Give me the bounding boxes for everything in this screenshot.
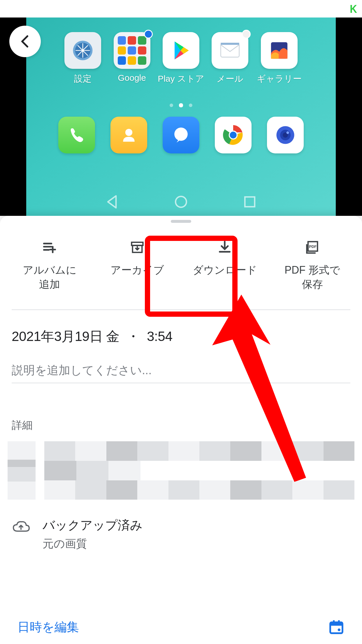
nav-back-icon: [104, 194, 120, 210]
svg-point-12: [174, 127, 188, 141]
backup-status-row: バックアップ済み 元の画質: [0, 500, 362, 551]
details-header: 詳細: [0, 383, 362, 441]
dock-chrome: [215, 117, 252, 153]
archive-button[interactable]: アーカイブ: [95, 235, 179, 297]
svg-rect-8: [221, 43, 239, 45]
dock-camera: [267, 117, 304, 153]
svg-point-19: [287, 131, 289, 134]
nav-recents-icon: [242, 194, 258, 210]
svg-point-6: [82, 49, 84, 52]
status-indicator: K: [350, 3, 357, 15]
action-label: アルバムに 追加: [23, 263, 77, 291]
photo-viewer[interactable]: 設定 Google: [0, 18, 362, 216]
notification-dot: [144, 30, 153, 38]
cloud-upload-icon: [12, 520, 30, 534]
notification-dot: [242, 30, 251, 38]
svg-point-30: [338, 629, 340, 631]
svg-point-15: [230, 132, 236, 138]
svg-rect-28: [333, 620, 335, 624]
action-row: アルバムに 追加 アーカイブ ダウンロード PDF PDF 形式で 保存: [0, 223, 362, 302]
app-google-folder: Google: [107, 32, 156, 85]
status-bar: K: [0, 0, 362, 18]
info-bottom-sheet: アルバムに 追加 アーカイブ ダウンロード PDF PDF 形式で 保存 202…: [0, 216, 362, 644]
android-nav-bar: [104, 194, 258, 210]
back-button[interactable]: [9, 26, 41, 57]
backup-title: バックアップ済み: [43, 517, 143, 533]
add-to-album-button[interactable]: アルバムに 追加: [8, 235, 92, 297]
action-label: PDF 形式で 保存: [284, 263, 340, 291]
svg-rect-21: [245, 197, 255, 207]
app-play-store: Play ストア: [157, 32, 205, 85]
action-label: アーカイブ: [110, 263, 164, 277]
app-mail: メール: [205, 32, 254, 85]
app-label: Google: [118, 73, 146, 83]
svg-point-11: [125, 129, 132, 136]
photo-datetime: 2021年3月19日 金 ・ 3:54: [0, 310, 362, 353]
app-settings: 設定: [58, 32, 107, 85]
description-input[interactable]: [12, 362, 350, 380]
dock-messages: [163, 117, 199, 153]
app-gallery: ギャラリー: [255, 32, 304, 85]
app-label: メール: [217, 73, 243, 85]
photo-date: 2021年3月19日 金: [12, 329, 120, 344]
svg-rect-29: [338, 620, 340, 624]
app-label: ギャラリー: [257, 73, 302, 85]
svg-rect-27: [330, 622, 342, 626]
svg-text:PDF: PDF: [309, 244, 317, 249]
dock-phone: [58, 117, 95, 153]
svg-point-20: [175, 196, 186, 207]
pdf-icon: PDF: [305, 240, 320, 255]
drag-handle[interactable]: [171, 220, 191, 223]
app-label: Play ストア: [158, 73, 204, 85]
download-button[interactable]: ダウンロード: [183, 235, 267, 297]
page-indicator: [170, 104, 192, 107]
photo-time: 3:54: [147, 329, 173, 344]
archive-icon: [130, 240, 145, 255]
screenshot-content: 設定 Google: [26, 18, 336, 216]
dock-contacts: [110, 117, 147, 153]
edit-datetime-link[interactable]: 日時を編集: [17, 619, 79, 635]
playlist-add-icon: [42, 240, 57, 255]
backup-subtitle: 元の画質: [43, 536, 143, 551]
chevron-left-icon: [18, 34, 32, 48]
description-field[interactable]: [12, 362, 350, 383]
save-as-pdf-button[interactable]: PDF PDF 形式で 保存: [270, 235, 354, 297]
action-label: ダウンロード: [193, 263, 257, 277]
app-label: 設定: [74, 73, 92, 85]
nav-home-icon: [173, 194, 189, 210]
calendar-icon[interactable]: [328, 619, 345, 635]
redacted-file-info: [8, 441, 354, 500]
download-icon: [217, 240, 232, 255]
svg-rect-7: [221, 44, 239, 57]
